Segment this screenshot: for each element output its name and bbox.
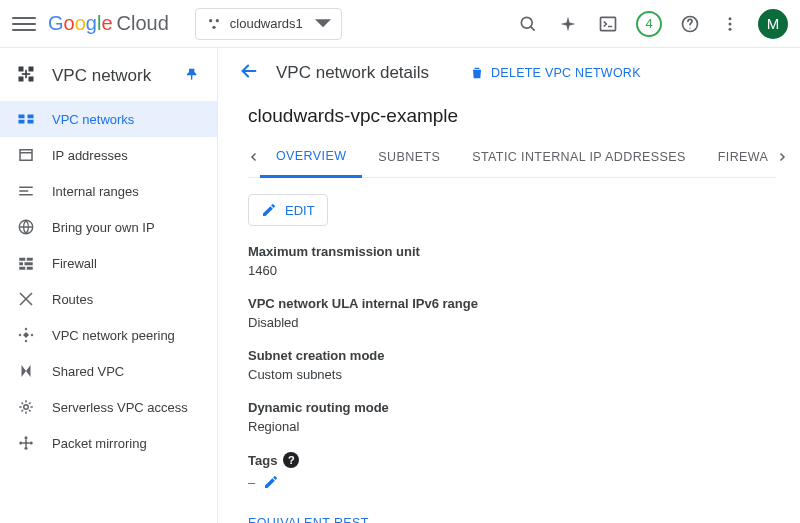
vpc-networks-icon	[16, 109, 36, 129]
svg-point-2	[212, 25, 215, 28]
tab-static-internal-ip[interactable]: STATIC INTERNAL IP ADDRESSES	[456, 137, 702, 177]
menu-icon[interactable]	[12, 12, 36, 36]
globe-icon	[16, 217, 36, 237]
sidebar-item-label: Internal ranges	[52, 184, 139, 199]
sidebar-item-label: Shared VPC	[52, 364, 124, 379]
svg-rect-11	[19, 67, 24, 72]
svg-rect-21	[20, 150, 32, 161]
svg-point-8	[729, 17, 732, 20]
sidebar-item-label: Packet mirroring	[52, 436, 147, 451]
gemini-icon[interactable]	[556, 12, 580, 36]
tags-value: –	[248, 475, 255, 490]
svg-point-10	[729, 27, 732, 30]
tab-overview[interactable]: OVERVIEW	[260, 138, 362, 178]
sidebar: VPC network VPC networks IP addresses In…	[0, 48, 218, 523]
svg-point-31	[30, 442, 33, 445]
notifications-badge[interactable]: 4	[636, 11, 662, 37]
ip-addresses-icon	[16, 145, 36, 165]
page-title: VPC network details	[276, 63, 429, 83]
svg-rect-16	[25, 70, 27, 78]
project-selector[interactable]: cloudwards1	[195, 8, 342, 40]
back-button[interactable]	[238, 60, 260, 85]
svg-point-1	[215, 19, 218, 22]
svg-rect-28	[27, 267, 33, 270]
svg-point-32	[25, 436, 28, 439]
edit-button[interactable]: EDIT	[248, 194, 328, 226]
svg-rect-20	[28, 120, 34, 124]
peering-icon	[16, 325, 36, 345]
sidebar-item-label: IP addresses	[52, 148, 128, 163]
google-cloud-logo[interactable]: Google Cloud	[48, 12, 169, 35]
sidebar-title: VPC network	[52, 66, 169, 86]
field-ula: VPC network ULA internal IPv6 range Disa…	[248, 296, 776, 330]
tags-section: Tags ? –	[248, 452, 776, 490]
sidebar-item-label: VPC networks	[52, 112, 134, 127]
tabs: OVERVIEW SUBNETS STATIC INTERNAL IP ADDR…	[248, 137, 776, 178]
pin-icon[interactable]	[185, 66, 201, 85]
help-icon[interactable]: ?	[283, 452, 299, 468]
delete-vpc-button[interactable]: DELETE VPC NETWORK	[469, 65, 641, 81]
page-header: VPC network details DELETE VPC NETWORK	[218, 48, 800, 97]
tabs-scroll-right[interactable]	[768, 137, 796, 177]
sidebar-item-label: VPC network peering	[52, 328, 175, 343]
svg-rect-24	[27, 258, 33, 261]
svg-rect-23	[19, 258, 25, 261]
equivalent-rest-button[interactable]: EQUIVALENT REST	[248, 516, 776, 523]
shared-vpc-icon	[16, 361, 36, 381]
field-routing-mode: Dynamic routing mode Regional	[248, 400, 776, 434]
svg-rect-26	[25, 262, 33, 265]
svg-rect-13	[19, 77, 24, 82]
sidebar-item-shared-vpc[interactable]: Shared VPC	[0, 353, 217, 389]
edit-tags-icon[interactable]	[263, 474, 279, 490]
packet-mirroring-icon	[16, 433, 36, 453]
svg-point-7	[689, 27, 690, 28]
svg-rect-27	[19, 267, 25, 270]
svg-rect-18	[28, 115, 34, 119]
svg-rect-14	[29, 77, 34, 82]
sidebar-item-serverless[interactable]: Serverless VPC access	[0, 389, 217, 425]
serverless-icon	[16, 397, 36, 417]
search-icon[interactable]	[516, 12, 540, 36]
sidebar-item-ip-addresses[interactable]: IP addresses	[0, 137, 217, 173]
svg-rect-5	[601, 17, 616, 30]
more-icon[interactable]	[718, 12, 742, 36]
sidebar-item-label: Bring your own IP	[52, 220, 155, 235]
svg-rect-25	[19, 262, 23, 265]
help-icon[interactable]	[678, 12, 702, 36]
cloud-shell-icon[interactable]	[596, 12, 620, 36]
vpc-network-icon	[16, 64, 36, 87]
tabs-scroll-left[interactable]	[248, 137, 260, 177]
sidebar-item-byo-ip[interactable]: Bring your own IP	[0, 209, 217, 245]
project-icon	[206, 16, 222, 32]
svg-line-4	[531, 26, 535, 30]
avatar[interactable]: M	[758, 9, 788, 39]
sidebar-item-peering[interactable]: VPC network peering	[0, 317, 217, 353]
sidebar-item-label: Firewall	[52, 256, 97, 271]
firewall-icon	[16, 253, 36, 273]
svg-point-33	[25, 447, 28, 450]
svg-rect-19	[19, 120, 25, 124]
tab-subnets[interactable]: SUBNETS	[362, 137, 456, 177]
svg-point-9	[729, 22, 732, 25]
svg-rect-12	[29, 67, 34, 72]
field-subnet-mode: Subnet creation mode Custom subnets	[248, 348, 776, 382]
svg-rect-17	[19, 115, 25, 119]
internal-ranges-icon	[16, 181, 36, 201]
sidebar-item-internal-ranges[interactable]: Internal ranges	[0, 173, 217, 209]
svg-point-30	[19, 442, 22, 445]
field-mtu: Maximum transmission unit 1460	[248, 244, 776, 278]
sidebar-item-routes[interactable]: Routes	[0, 281, 217, 317]
svg-point-3	[521, 17, 532, 28]
sidebar-item-label: Serverless VPC access	[52, 400, 188, 415]
project-name: cloudwards1	[230, 16, 303, 31]
routes-icon	[16, 289, 36, 309]
sidebar-item-firewall[interactable]: Firewall	[0, 245, 217, 281]
sidebar-item-packet-mirroring[interactable]: Packet mirroring	[0, 425, 217, 461]
trash-icon	[469, 65, 485, 81]
svg-point-29	[24, 405, 29, 410]
svg-point-0	[209, 19, 212, 22]
resource-name: cloudwards-vpc-example	[248, 105, 776, 127]
sidebar-item-vpc-networks[interactable]: VPC networks	[0, 101, 217, 137]
pencil-icon	[261, 202, 277, 218]
top-bar: Google Cloud cloudwards1 4 M	[0, 0, 800, 48]
